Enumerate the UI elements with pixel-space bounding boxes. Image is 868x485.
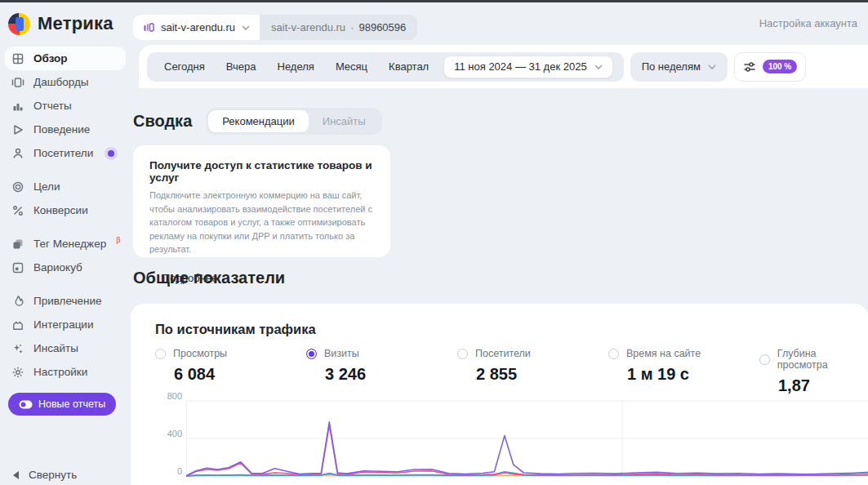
grouping-dropdown[interactable]: По неделям <box>630 52 728 82</box>
metric-views[interactable]: Просмотры 6 084 <box>155 348 227 384</box>
sidebar-item-label: Дашборды <box>33 76 89 88</box>
grid-icon <box>11 52 24 65</box>
traffic-line-chart <box>186 398 868 485</box>
preset-month[interactable]: Месяц <box>325 60 378 73</box>
sidebar-item-variocube[interactable]: Вариокуб <box>0 256 131 279</box>
sidebar-item-label: Привлечение <box>33 295 102 307</box>
chevron-down-icon <box>708 65 716 69</box>
sidebar-item-overview[interactable]: Обзор <box>5 47 126 70</box>
counter-meta-separator: · <box>350 21 354 33</box>
sidebar-item-label: Инсайты <box>33 342 78 354</box>
counter-switcher: sait-v-arendu.ru sait-v-arendu.ru · 9896… <box>133 15 417 40</box>
date-range-picker[interactable]: 11 ноя 2024 — 31 дек 2025 <box>443 56 612 78</box>
preset-quarter[interactable]: Квартал <box>378 60 439 73</box>
play-icon <box>11 123 24 136</box>
target-icon <box>11 180 24 194</box>
promo-body: Подключите электронную коммерцию на ваш … <box>149 189 375 256</box>
metric-label: Посетители <box>475 348 531 359</box>
sidebar-item-label: Вариокуб <box>33 261 82 274</box>
overview-section-title: Общие показатели <box>133 269 285 287</box>
toggle-icon <box>19 400 33 409</box>
sidebar-item-label: Тег Менеджер <box>33 238 106 250</box>
metric-label: Глубина просмотра <box>777 348 868 371</box>
sampling-control[interactable]: 100 % <box>734 52 806 82</box>
grouping-value: По неделям <box>642 60 701 73</box>
preset-yesterday[interactable]: Вчера <box>216 60 267 73</box>
counter-select-dropdown[interactable]: sait-v-arendu.ru <box>133 15 260 40</box>
metric-page-depth[interactable]: Глубина просмотра 1,87 <box>759 348 868 395</box>
traffic-sources-widget: По источникам трафика Просмотры 6 084 Ви… <box>131 304 868 485</box>
tab-insights[interactable]: Инсайты <box>309 110 380 132</box>
y-axis-tick: 400 <box>158 429 182 438</box>
y-axis-tick: 800 <box>158 391 182 401</box>
sidebar-item-visitors[interactable]: Посетители <box>0 141 131 165</box>
metrika-logo-icon <box>8 13 30 35</box>
flame-icon <box>11 295 24 308</box>
sidebar-item-integrations[interactable]: Интеграции <box>0 313 131 336</box>
sidebar-item-label: Цели <box>33 180 60 193</box>
metric-visitors[interactable]: Посетители 2 855 <box>457 348 531 384</box>
summary-title: Сводка <box>133 112 192 131</box>
sidebar-item-label: Отчеты <box>33 100 72 112</box>
counter-bars-icon <box>143 22 154 33</box>
metric-value: 3 246 <box>325 365 366 384</box>
collapse-sidebar-button[interactable]: Свернуть <box>13 469 77 481</box>
radio-icon <box>759 354 770 365</box>
sidebar-item-insights[interactable]: Инсайты <box>0 336 131 360</box>
radio-icon <box>457 349 468 359</box>
metric-value: 1 м 19 с <box>627 365 701 384</box>
sliders-icon <box>743 60 756 73</box>
widget-title: По источникам трафика <box>155 322 316 337</box>
sidebar-item-goals[interactable]: Цели <box>0 175 131 198</box>
sidebar-item-acquisition[interactable]: Привлечение <box>0 289 131 313</box>
metric-label: Время на сайте <box>626 348 701 359</box>
counter-name: sait-v-arendu.ru <box>161 21 235 33</box>
summary-tabs: Рекомендации Инсайты <box>206 108 381 135</box>
counter-id: 98960596 <box>358 21 406 33</box>
date-presets-group: Сегодня Вчера Неделя Месяц Квартал 11 но… <box>147 52 624 82</box>
metrika-logo[interactable]: Метрика <box>8 13 114 35</box>
metric-visits[interactable]: Визиты 3 246 <box>306 348 366 384</box>
sidebar-item-tag-manager[interactable]: Тег Менеджер β <box>0 232 131 256</box>
chevron-down-icon <box>594 65 603 69</box>
sidebar-item-label: Поведение <box>33 123 90 136</box>
sidebar-item-label: Конверсии <box>33 204 88 216</box>
radio-icon <box>155 349 166 359</box>
metric-value: 2 855 <box>476 365 531 384</box>
sidebar-item-conversions[interactable]: Конверсии <box>0 198 131 222</box>
new-reports-button[interactable]: Новые отчеты <box>8 393 116 416</box>
sidebar-item-behavior[interactable]: Поведение <box>0 118 131 141</box>
sidebar-item-label: Настройки <box>33 366 87 378</box>
person-icon <box>11 147 24 160</box>
top-header: Метрика sait-v-arendu.ru sait-v-arendu.r… <box>0 2 868 45</box>
metric-time-on-site[interactable]: Время на сайте 1 м 19 с <box>608 348 701 384</box>
promo-title: Получите доступ к статистике товаров и у… <box>149 159 374 184</box>
integrations-icon <box>11 318 24 331</box>
tag-manager-icon <box>11 238 24 251</box>
preset-today[interactable]: Сегодня <box>154 60 216 73</box>
preset-week[interactable]: Неделя <box>267 60 325 73</box>
sidebar-item-dashboards[interactable]: Дашборды <box>0 70 131 94</box>
radio-selected-icon <box>306 349 317 359</box>
sparkles-icon <box>11 342 24 355</box>
chart-line-purple <box>186 422 868 476</box>
collapse-arrow-icon <box>13 471 19 479</box>
date-range-value: 11 ноя 2024 — 31 дек 2025 <box>454 60 586 73</box>
metric-value: 1,87 <box>778 376 868 395</box>
chevron-down-icon <box>242 25 250 30</box>
sidebar-item-settings[interactable]: Настройки <box>0 360 131 384</box>
account-settings-link[interactable]: Настройка аккаунта <box>759 17 857 29</box>
sidebar-item-label: Интеграции <box>33 318 93 331</box>
sidebar-item-label: Обзор <box>33 52 68 65</box>
tab-recommendations[interactable]: Рекомендации <box>208 110 309 132</box>
metric-label: Визиты <box>324 348 359 359</box>
y-axis-tick: 0 <box>158 466 182 476</box>
metric-value: 6 084 <box>174 365 227 384</box>
sidebar-item-reports[interactable]: Отчеты <box>0 94 131 118</box>
visitors-dot-badge <box>105 147 118 160</box>
ecommerce-promo-card: Получите доступ к статистике товаров и у… <box>133 145 390 257</box>
sidebar: Обзор Дашборды Отчеты Поведение Посетите… <box>0 45 131 485</box>
gear-icon <box>11 366 24 379</box>
radio-icon <box>608 349 619 359</box>
variocube-icon <box>11 261 24 274</box>
